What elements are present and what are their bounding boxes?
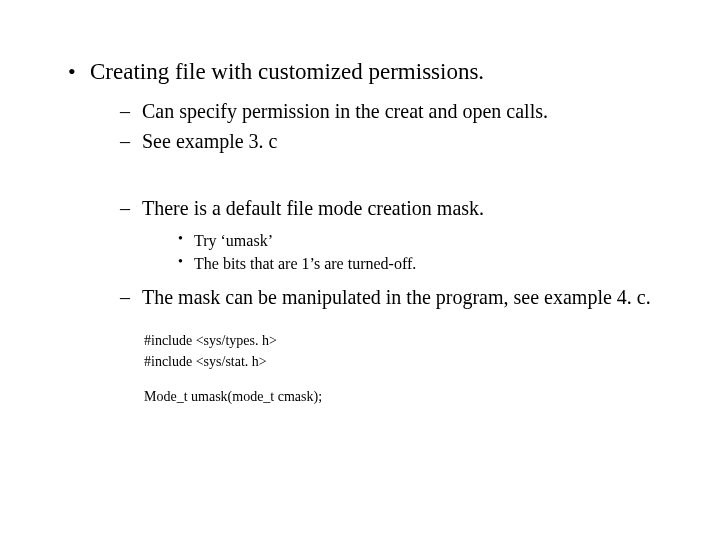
sub-text: See example 3. c xyxy=(142,130,278,152)
heading-text: Creating file with customized permission… xyxy=(90,59,484,84)
sub-sub-text: The bits that are 1’s are turned-off. xyxy=(194,255,416,272)
slide-body: Creating file with customized permission… xyxy=(0,0,720,407)
spacer xyxy=(144,374,680,386)
sub-bullet: The mask can be manipulated in the progr… xyxy=(120,285,680,311)
sub-text: There is a default file mode creation ma… xyxy=(142,197,484,219)
sub-bullet: There is a default file mode creation ma… xyxy=(120,196,680,275)
sub-bullet: Can specify permission in the creat and … xyxy=(120,99,680,125)
bullet-list-level2: Can specify permission in the creat and … xyxy=(120,99,680,311)
sub-sub-text: Try ‘umask’ xyxy=(194,232,273,249)
sub-text: The mask can be manipulated in the progr… xyxy=(142,286,651,308)
code-line: Mode_t umask(mode_t cmask); xyxy=(144,388,680,407)
heading-bullet: Creating file with customized permission… xyxy=(66,58,680,407)
code-line: #include <sys/stat. h> xyxy=(144,353,680,372)
bullet-list-level3: Try ‘umask’ The bits that are 1’s are tu… xyxy=(176,230,680,275)
sub-sub-bullet: The bits that are 1’s are turned-off. xyxy=(176,253,680,275)
sub-bullet: See example 3. c xyxy=(120,129,680,155)
code-line: #include <sys/types. h> xyxy=(144,332,680,351)
code-block: #include <sys/types. h> #include <sys/st… xyxy=(144,332,680,407)
spacer xyxy=(120,160,680,196)
sub-sub-bullet: Try ‘umask’ xyxy=(176,230,680,252)
sub-text: Can specify permission in the creat and … xyxy=(142,100,548,122)
bullet-list-level1: Creating file with customized permission… xyxy=(66,58,680,407)
